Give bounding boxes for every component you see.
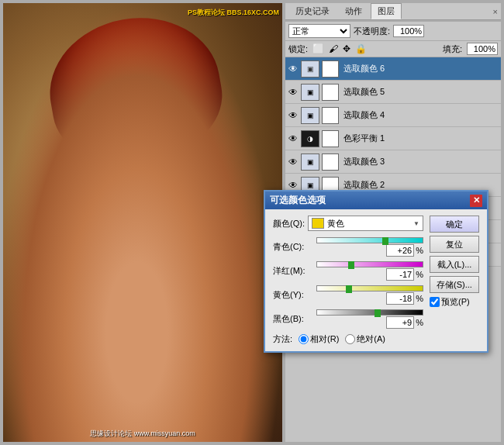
yellow-value-input[interactable] [386, 292, 414, 305]
black-slider-thumb[interactable] [375, 309, 381, 317]
layer-visibility-icon[interactable]: 👁 [287, 133, 299, 145]
dialog-buttons: 确定 复位 截入(L)... 存储(S)... 预览(P) [430, 216, 479, 345]
layer-name: 选取颜色 6 [340, 63, 499, 74]
cyan-value-input[interactable] [386, 244, 414, 257]
magenta-label: 洋红(M): [273, 265, 313, 277]
tab-history[interactable]: 历史记录 [288, 3, 337, 19]
photo-area: PS教程论坛 BBS.16XC.COM 思缘设计论坛 www.missyuan.… [3, 3, 282, 442]
layer-name: 色彩平衡 1 [340, 133, 499, 144]
layer-visibility-icon[interactable]: 👁 [287, 63, 299, 75]
black-slider-track[interactable] [316, 309, 423, 316]
color-selector-row: 颜色(Q): 黄色 ▼ [273, 216, 423, 231]
color-swatch [312, 218, 324, 229]
layer-visibility-icon[interactable]: 👁 [287, 86, 299, 98]
dialog-titlebar: 可选颜色选项 ✕ [265, 191, 487, 209]
tab-layers[interactable]: 图层 [371, 3, 402, 19]
layer-mask [322, 130, 339, 147]
lock-move-icon[interactable]: ✥ [343, 43, 350, 54]
layer-visibility-icon[interactable]: 👁 [287, 156, 299, 168]
dialog-box: 可选颜色选项 ✕ 颜色(Q): 黄色 ▼ [264, 190, 488, 353]
selective-color-dialog: 可选颜色选项 ✕ 颜色(Q): 黄色 ▼ [264, 190, 488, 353]
layer-thumbnail: ▣ [301, 107, 319, 124]
layer-mask [322, 84, 339, 101]
magenta-slider-wrapper: % [316, 261, 423, 281]
cyan-slider-thumb[interactable] [382, 237, 388, 245]
layer-item[interactable]: 👁 ▣ 选取颜色 3 [285, 150, 501, 174]
layer-visibility-icon[interactable]: 👁 [287, 109, 299, 122]
yellow-percent: % [416, 294, 423, 303]
dropdown-arrow-icon: ▼ [413, 220, 419, 227]
layer-item[interactable]: 👁 ▣ 选取颜色 5 [285, 81, 501, 104]
face-overlay [3, 3, 282, 442]
yellow-slider-track[interactable] [316, 285, 423, 291]
cyan-slider-row: 青色(C): % [273, 237, 423, 257]
black-slider-row: 黑色(B): % [273, 309, 423, 329]
magenta-slider-row: 洋红(M): % [273, 261, 423, 281]
yellow-slider-row: 黄色(Y): % [273, 285, 423, 305]
dialog-body: 颜色(Q): 黄色 ▼ 青色(C): [265, 209, 487, 351]
magenta-percent: % [416, 270, 423, 279]
fill-label: 填充: [443, 43, 462, 55]
watermark-bottom: 思缘设计论坛 www.missyuan.com [90, 429, 195, 439]
preview-checkbox[interactable] [430, 297, 440, 307]
tab-close-icon[interactable]: × [493, 7, 498, 16]
save-button[interactable]: 存储(S)... [430, 276, 479, 293]
method-absolute-radio[interactable]: 绝对(A) [345, 333, 385, 345]
magenta-slider-track[interactable] [316, 261, 423, 267]
cyan-slider-track[interactable] [316, 237, 423, 243]
method-relative-label: 相对(R) [310, 333, 339, 345]
cyan-slider-wrapper: % [316, 237, 423, 257]
layer-item[interactable]: 👁 ▣ 选取颜色 4 [285, 104, 501, 127]
dialog-close-button[interactable]: ✕ [470, 195, 482, 207]
main-container: PS教程论坛 BBS.16XC.COM 思缘设计论坛 www.missyuan.… [0, 0, 504, 445]
lock-row: 锁定: ⬜ 🖌 ✥ 🔒 填充: [285, 41, 501, 57]
color-value-text: 黄色 [327, 218, 410, 229]
lock-label: 锁定: [288, 43, 308, 55]
layer-thumbnail: ▣ [301, 154, 319, 171]
method-label: 方法: [273, 333, 292, 345]
method-relative-radio[interactable]: 相对(R) [299, 333, 339, 345]
layer-name: 选取颜色 5 [340, 86, 499, 98]
opacity-label: 不透明度: [354, 26, 390, 37]
fill-input[interactable] [467, 43, 498, 55]
opacity-input[interactable] [393, 25, 424, 37]
magenta-slider-thumb[interactable] [348, 261, 354, 269]
layer-thumbnail: ▣ [301, 84, 319, 101]
watermark-top: PS教程论坛 BBS.16XC.COM [188, 8, 279, 18]
tabs-bar: 历史记录 动作 图层 × [285, 3, 501, 20]
blend-mode-row: 正常 不透明度: [285, 22, 501, 41]
reset-button[interactable]: 复位 [430, 236, 479, 253]
yellow-slider-wrapper: % [316, 285, 423, 305]
dialog-title: 可选颜色选项 [270, 194, 326, 207]
load-button[interactable]: 截入(L)... [430, 256, 479, 273]
lock-transparent-icon[interactable]: ⬜ [312, 43, 324, 54]
layer-item[interactable]: 👁 ▣ 选取颜色 6 [285, 57, 501, 81]
preview-label: 预览(P) [441, 296, 470, 308]
layer-name: 选取颜色 4 [340, 109, 499, 121]
color-selector[interactable]: 黄色 ▼ [308, 216, 423, 231]
layer-item[interactable]: 👁 ◑ 色彩平衡 1 [285, 127, 501, 150]
opacity-row: 不透明度: [354, 25, 424, 37]
preview-checkbox-row[interactable]: 预览(P) [430, 296, 479, 308]
magenta-value-input[interactable] [386, 268, 414, 281]
yellow-slider-thumb[interactable] [346, 285, 352, 293]
layer-thumbnail: ▣ [301, 60, 319, 78]
black-value-input[interactable] [386, 316, 414, 329]
lock-all-icon[interactable]: 🔒 [355, 43, 367, 54]
layer-thumbnail: ◑ [301, 130, 319, 147]
layer-name: 选取颜色 2 [340, 179, 499, 191]
black-label: 黑色(B): [273, 313, 313, 325]
color-field-label: 颜色(Q): [273, 218, 305, 229]
cyan-percent: % [416, 246, 423, 255]
black-percent: % [416, 318, 423, 327]
layer-mask [322, 107, 339, 124]
blend-mode-select[interactable]: 正常 [288, 24, 350, 38]
lock-paint-icon[interactable]: 🖌 [329, 43, 338, 54]
layer-name: 选取颜色 3 [340, 156, 499, 167]
ok-button[interactable]: 确定 [430, 216, 479, 233]
method-absolute-label: 绝对(A) [357, 333, 385, 345]
method-row: 方法: 相对(R) 绝对(A) [273, 333, 423, 345]
layer-mask [322, 154, 339, 171]
tab-actions[interactable]: 动作 [338, 3, 369, 19]
yellow-label: 黄色(Y): [273, 289, 313, 301]
